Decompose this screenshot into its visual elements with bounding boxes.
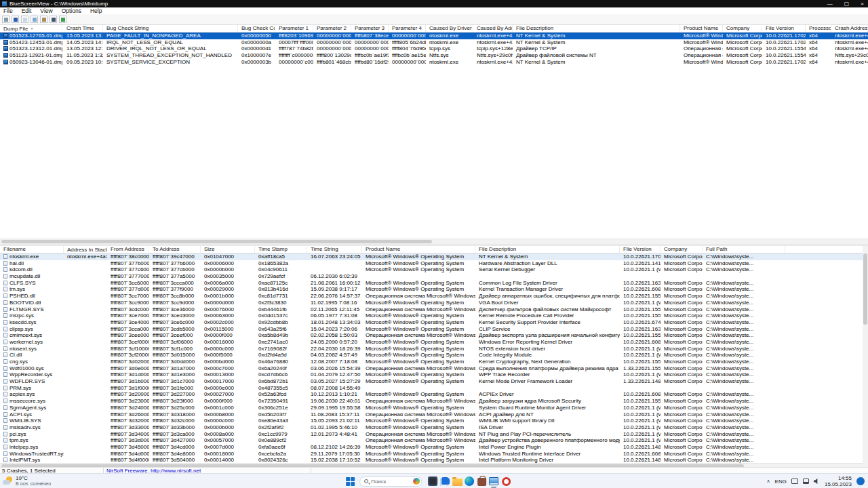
table-row[interactable]: 051423-12453-01.dmp14.05.2023 14:48:51IR…: [0, 39, 868, 46]
column-header-parameter-2[interactable]: Parameter 2: [315, 25, 351, 32]
table-row[interactable]: PRM.sysfffff807`3d1f0000fffff807`3d1fe00…: [0, 385, 863, 392]
file-explorer-icon[interactable]: [451, 474, 463, 488]
table-row[interactable]: CLFS.SYSfffff807`3cc60000fffff807`3ccca0…: [0, 280, 863, 287]
table-row[interactable]: IntelPMT.sysfffff807`3d4f0000fffff807`3d…: [0, 457, 863, 463]
bottom-vertical-scrollbar[interactable]: [863, 246, 868, 467]
chat-app-icon[interactable]: [439, 474, 451, 488]
column-header-to-address[interactable]: To Address: [151, 246, 201, 253]
maximize-button[interactable]: ▢: [844, 1, 850, 7]
column-header-company[interactable]: Company: [724, 25, 762, 32]
weather-widget[interactable]: 19°C В осн. солнечно: [3, 475, 51, 487]
bottom-vscroll-thumb[interactable]: [863, 253, 867, 325]
menu-help[interactable]: Help: [90, 7, 102, 14]
top-horizontal-scrollbar[interactable]: [0, 239, 868, 244]
table-row[interactable]: tpm.sysfffff807`3d3d0000fffff807`3d42700…: [0, 437, 863, 444]
column-header-size[interactable]: Size: [202, 246, 255, 253]
column-header-processor[interactable]: Processor: [807, 25, 831, 32]
menu-options[interactable]: Options: [62, 7, 81, 14]
touch-keyboard-icon[interactable]: [791, 479, 798, 484]
top-hscroll-thumb[interactable]: [1, 240, 432, 243]
column-header-crash-address[interactable]: Crash Address: [833, 25, 868, 32]
close-button[interactable]: ×: [861, 1, 864, 7]
column-header-product-name[interactable]: Product Name: [682, 25, 723, 32]
column-header-bug-check-string[interactable]: Bug Check String: [104, 25, 238, 32]
column-header-address-in-stack[interactable]: Address In Stack▲: [65, 246, 107, 253]
search-input[interactable]: Поиск: [359, 476, 422, 487]
menu-view[interactable]: View: [40, 7, 52, 14]
column-header-caused-by-driver[interactable]: Caused By Driver: [427, 25, 473, 32]
edge-browser-icon[interactable]: [463, 474, 475, 488]
table-row[interactable]: msrpc.sysfffff807`3ce70000fffff807`3ced3…: [0, 312, 863, 319]
table-row[interactable]: FLTMGR.SYSfffff807`3cdc0000fffff807`3ce3…: [0, 306, 863, 313]
table-row[interactable]: ntosext.sysfffff807`3cf10000fffff807`3cf…: [0, 346, 863, 352]
column-header-parameter-4[interactable]: Parameter 4: [390, 25, 426, 32]
table-row[interactable]: WMILIB.SYSfffff807`3d320000fffff807`3d32…: [0, 418, 863, 424]
copy-icon[interactable]: [31, 16, 38, 23]
table-row[interactable]: ACPI.sysfffff807`3d260000fffff807`3d3180…: [0, 411, 863, 418]
network-icon[interactable]: [803, 479, 809, 484]
table-row[interactable]: 051523-12765-01.dmp15.05.2023 13:14:45PA…: [0, 33, 868, 39]
red-ring-app-icon[interactable]: [500, 474, 512, 488]
save-icon[interactable]: [12, 16, 19, 23]
speaker-icon[interactable]: [814, 479, 820, 485]
table-row[interactable]: pci.sysfffff807`3d340000fffff807`3d3ca00…: [0, 431, 863, 438]
start-button[interactable]: [346, 477, 355, 486]
column-header-product-name[interactable]: Product Name: [363, 246, 475, 253]
table-row[interactable]: Wdf01000.sysfffff807`3d0e0000fffff807`3d…: [0, 365, 863, 372]
html-report-icon[interactable]: [21, 16, 28, 23]
bluescreenview-app-icon[interactable]: [488, 474, 500, 488]
store-app-icon[interactable]: [475, 474, 488, 488]
table-row[interactable]: cng.sysfffff807`3d020000fffff807`3d0dd00…: [0, 359, 863, 365]
column-header-file-version[interactable]: File Version: [764, 25, 806, 32]
table-row[interactable]: WindowsTrustedRT.sysfffff807`3d4d0000fff…: [0, 451, 863, 458]
photos-app-icon[interactable]: [427, 474, 439, 488]
column-header-parameter-1[interactable]: Parameter 1: [277, 25, 313, 32]
table-row[interactable]: intelpep.sysfffff807`3d450000fffff807`3d…: [0, 444, 863, 451]
table-row[interactable]: cmimcext.sysfffff807`3cee0000fffff807`3c…: [0, 332, 863, 339]
advanced-options-icon[interactable]: [59, 16, 66, 23]
table-row[interactable]: PSHED.dllfffff807`3cc70000fffff807`3cc8b…: [0, 293, 863, 300]
table-row[interactable]: msisadrv.sysfffff807`3d330000fffff807`3d…: [0, 424, 863, 431]
table-row[interactable]: werkernel.sysfffff807`3cef0000fffff807`3…: [0, 339, 863, 346]
table-row[interactable]: msseccore.sysfffff807`3d230000fffff807`3…: [0, 398, 863, 405]
column-header-filename[interactable]: Filename: [1, 246, 64, 253]
table-row[interactable]: BOOTVID.dllfffff807`3cc90000fffff807`3cc…: [0, 300, 863, 306]
column-header-caused-by-address[interactable]: Caused By Address: [475, 25, 513, 32]
table-row[interactable]: ntoskrnl.exentoskrnl.exe+4a7541fffff807`…: [0, 253, 863, 260]
table-row[interactable]: ksecdd.sysfffff807`3ce40000fffff807`3ce6…: [0, 319, 863, 326]
column-header-bug-check-code[interactable]: Bug Check Code: [239, 25, 275, 32]
minimize-button[interactable]: —: [827, 1, 833, 7]
table-row[interactable]: SgrmAgent.sysfffff807`3d240000fffff807`3…: [0, 405, 863, 411]
table-row[interactable]: mcupdate.dllfffff807`37770000fffff807`37…: [0, 273, 863, 280]
column-header-crash-time[interactable]: Crash Time: [64, 25, 103, 32]
table-row[interactable]: WDFLDR.SYSfffff807`3d1b0000fffff807`3d1c…: [0, 378, 863, 385]
column-header-company[interactable]: Company: [662, 246, 703, 253]
column-header-file-version[interactable]: File Version: [621, 246, 660, 253]
column-header-from-address[interactable]: From Address: [108, 246, 149, 253]
table-row[interactable]: WppRecorder.sysfffff807`3d1d0000fffff807…: [0, 371, 863, 378]
column-header-file-description[interactable]: File Description: [477, 246, 620, 253]
table-row[interactable]: 051123-12921-01.dmp11.05.2023 1:32:26SYS…: [0, 52, 868, 59]
table-row[interactable]: 050923-13046-01.dmp09.05.2023 10:54:30SY…: [0, 59, 868, 66]
column-header-file-description[interactable]: File Description: [514, 25, 680, 32]
find-icon[interactable]: [50, 16, 57, 23]
column-header-time-stamp[interactable]: Time Stamp: [256, 246, 307, 253]
table-row[interactable]: hal.dllfffff807`377b0000fffff807`377b600…: [0, 260, 863, 267]
language-indicator[interactable]: ENG: [775, 479, 787, 485]
column-header-full-path[interactable]: Full Path: [704, 246, 785, 253]
column-header-parameter-3[interactable]: Parameter 3: [353, 25, 389, 32]
open-minidump-folder-icon[interactable]: [2, 16, 9, 23]
menu-edit[interactable]: Edit: [22, 7, 32, 14]
column-header-dump-file[interactable]: Dump File▼: [1, 25, 62, 32]
clock[interactable]: 14:55 15.05.2023: [825, 475, 852, 487]
column-header-time-string[interactable]: Time String: [309, 246, 362, 253]
table-row[interactable]: acpiex.sysfffff807`3d200000fffff807`3d22…: [0, 391, 863, 398]
table-row[interactable]: kdcom.dllfffff807`377c6000fffff807`377cb…: [0, 266, 863, 273]
table-row[interactable]: 051323-12312-01.dmp13.05.2023 12:14:12DR…: [0, 45, 868, 52]
notification-count-badge[interactable]: [856, 477, 865, 485]
hidden-icons-chevron[interactable]: ∧: [766, 479, 770, 484]
properties-icon[interactable]: [40, 16, 47, 23]
table-row[interactable]: clipsp.sysfffff807`3cca0000fffff807`3cdb…: [0, 326, 863, 333]
menu-file[interactable]: File: [3, 7, 13, 14]
table-row[interactable]: CI.dllfffff807`3cf20000fffff807`3d015000…: [0, 352, 863, 359]
